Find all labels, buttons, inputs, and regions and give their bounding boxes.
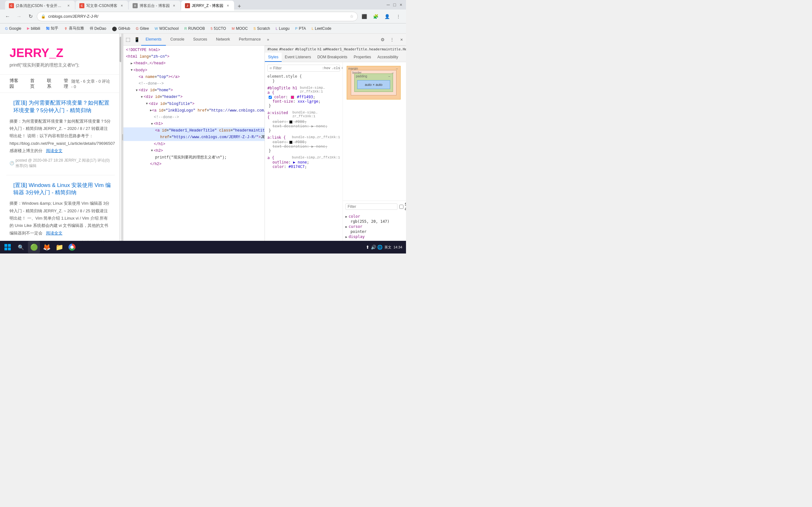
bookmark-ximalaya[interactable]: 🎙 喜马拉雅 [61,25,87,32]
dom-triangle-head[interactable] [130,61,134,66]
devtools-overflow-icon[interactable]: ⋮ [388,35,397,44]
style-checkbox-color[interactable] [269,96,272,99]
bookmark-51cto[interactable]: 5 51CTO [208,26,229,32]
scrollbar-track[interactable] [119,34,121,241]
devtools-settings-icon[interactable]: ⚙ [378,35,387,44]
styles-tab-dom-breakpoints[interactable]: DOM Breakpoints [314,53,351,62]
devtools-device-icon[interactable]: 📱 [132,35,141,44]
hover-button[interactable]: :hov [322,66,330,70]
styles-tab-styles[interactable]: Styles [265,53,282,62]
breadcrumb-home[interactable]: #home [267,47,278,51]
nav-link-管理[interactable]: 管理 [64,78,71,89]
style-source-3[interactable]: bundle-simp…zr_ffx3Xk:1 [292,135,340,140]
devtools-tab-network[interactable]: Network [212,34,235,46]
style-source-2[interactable]: bundle-simp…zr_ffx3Xk:1 [293,111,340,119]
dom-line-html[interactable]: <html lang="zh-cn"> [123,54,264,60]
profile-sync-icon[interactable]: ⬛ [359,11,369,21]
devtools-more-tabs[interactable]: » [265,38,271,42]
devtools-close-icon[interactable]: × [397,35,406,44]
styles-tab-accessibility[interactable]: Accessibility [374,53,401,62]
dom-line-div-header[interactable]: <div id="header"> [123,94,264,101]
profile-icon[interactable]: 👤 [382,11,392,21]
breadcrumb-h1[interactable]: h1 [317,47,322,51]
computed-item-color[interactable]: ▶ color [345,214,403,219]
taskbar-app-2[interactable]: 🦊 [41,241,53,253]
tab-2[interactable]: C 写文章-CSDN博客 × [75,1,128,11]
cls-button[interactable]: .cls [332,66,340,70]
bookmark-google[interactable]: G Google [3,26,24,32]
devtools-tab-console[interactable]: Console [166,34,189,46]
bookmark-leetcode[interactable]: L LeetCode [309,26,334,32]
bookmark-scratch[interactable]: S Scratch [251,26,272,32]
tab3-close-button[interactable]: × [171,3,177,8]
style-source-1[interactable]: bundle-simp…zr_ffx3Xk:1 [300,86,340,95]
forward-button[interactable]: → [14,11,24,21]
color-swatch-ff1493[interactable] [291,96,294,99]
devtools-tab-elements[interactable]: Elements [141,34,166,46]
maximize-button[interactable]: □ [392,2,397,7]
bookmark-zhihu[interactable]: 知 知乎 [44,25,61,32]
minimize-button[interactable]: ─ [386,2,391,7]
scrollbar-thumb[interactable] [119,37,121,62]
read-more-1[interactable]: 阅读全文 [46,148,62,153]
bookmark-bilibili[interactable]: ▶ bilibili [24,26,43,32]
search-taskbar-button[interactable]: 🔍 [14,241,27,253]
dom-line-a-headertitle-cont[interactable]: href="https://www.cnblogs.com/JERRY-Z-J-… [123,134,264,141]
styles-tab-event-listeners[interactable]: Event Listeners [282,53,314,62]
bookmark-pta[interactable]: P PTA [293,26,309,32]
devtools-inspector-icon[interactable]: ⬚ [123,35,132,44]
post-title-2[interactable]: [置顶] Windows & Linux 安装使用 Vim 编辑器 3分钟入门 … [13,181,112,197]
dom-tree[interactable]: <!DOCTYPE html> <html lang="zh-cn"> <hea… [123,46,264,241]
devtools-tab-sources[interactable]: Sources [189,34,212,46]
menu-icon[interactable]: ⋮ [393,11,403,21]
tab1-close-button[interactable]: × [66,3,71,8]
read-more-2[interactable]: 阅读全文 [46,231,62,235]
dom-triangle-h1[interactable] [150,122,154,127]
styles-tab-properties[interactable]: Properties [351,53,374,62]
computed-item-display[interactable]: ▶ display [345,234,403,239]
dom-triangle-header[interactable] [140,95,144,100]
dom-line-div-home[interactable]: <div id="home"> [123,87,264,94]
color-swatch-000-1[interactable] [289,120,293,124]
extensions-icon[interactable]: 🧩 [370,11,380,21]
computed-filter-input[interactable] [345,204,397,210]
bookmark-gitee[interactable]: G Gitee [133,26,151,32]
dom-line-doctype[interactable]: <!DOCTYPE html> [123,47,264,54]
breadcrumb-header[interactable]: #header [279,47,294,51]
nav-link-博客园[interactable]: 博客园 [9,78,20,89]
dom-triangle-home[interactable] [135,88,139,93]
dom-line-div-blogtitle[interactable]: <div id="blogTitle"> [123,101,264,107]
dom-line-comment1[interactable]: <!--done--> [123,80,264,87]
start-button[interactable] [1,241,14,253]
dom-line-body[interactable]: <body> [123,67,264,74]
post-title-1[interactable]: [置顶] 为何需要配置环境变量？如何配置环境变量？5分钟入门 - 精简归纳 [13,99,112,114]
dom-triangle-h2[interactable] [150,148,154,153]
dom-line-head[interactable]: <head>…</head> [123,60,264,67]
dom-triangle-blogtitle[interactable] [145,101,149,107]
style-source-4[interactable]: bundle-simp…zr_ffx3Xk:1 [292,156,340,160]
bookmark-luogu[interactable]: L Luogu [273,26,292,32]
tab-3[interactable]: B 博客后台 - 博客园 × [129,1,181,11]
taskbar-app-1[interactable]: 🟢 [28,241,40,253]
bookmark-mooc[interactable]: M MOOC [229,26,251,32]
dom-line-h1[interactable]: <h1> [123,121,264,127]
dom-line-a-lnkbloglogo[interactable]: <a id="lnkBlogLogo" href="https://www.cn… [123,107,264,114]
dom-line-a-headertitle[interactable]: <a id="Header1_HeaderTitle" class="heade… [123,127,264,134]
tab4-close-button[interactable]: × [225,3,230,8]
bookmark-dedao[interactable]: 得 DeDao [87,25,109,32]
address-bar[interactable]: 🔒 cnblogs.com/JERRY-Z-J-R/ ☆ [37,12,358,21]
dom-line-h2-text[interactable]: printf("现实到要死的理想主义者\n"); [123,154,264,161]
tab-4[interactable]: J JERRY_Z - 博客园 × [181,1,235,11]
dom-line-comment2[interactable]: <!--done--> [123,114,264,121]
breadcrumb-blogtitle[interactable]: #blogTitle [295,47,316,51]
nav-link-联系[interactable]: 联系 [47,78,54,89]
tab-1[interactable]: C (2条消息)CSDN - 专业开发者社... × [5,1,75,11]
devtools-tab-performance[interactable]: Performance [235,34,265,46]
taskbar-app-chrome[interactable] [66,241,78,253]
dom-line-h2[interactable]: <h2> [123,148,264,154]
breadcrumb-a[interactable]: a#Header1_HeaderTitle.headermaintitle.He… [323,47,406,51]
computed-item-cursor[interactable]: ▶ cursor [345,224,403,229]
tab2-close-button[interactable]: × [119,3,124,8]
nav-link-首页[interactable]: 首页 [30,78,38,89]
star-icon[interactable]: ☆ [350,14,354,19]
